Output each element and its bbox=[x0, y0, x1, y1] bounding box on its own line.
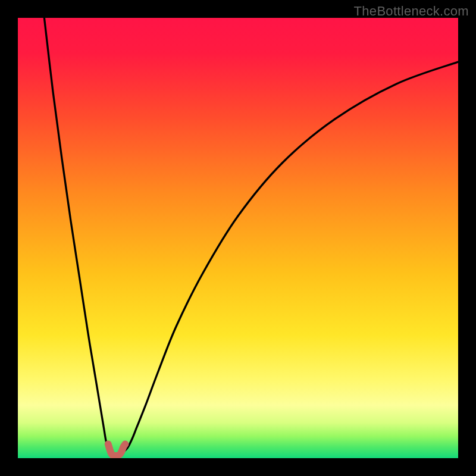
valley-marker bbox=[108, 444, 126, 456]
watermark-text: TheBottleneck.com bbox=[354, 4, 469, 19]
outer-frame: TheBottleneck.com bbox=[0, 0, 476, 476]
curve-layer bbox=[18, 18, 458, 458]
curve-right-branch bbox=[124, 62, 458, 452]
curve-left-branch bbox=[44, 18, 110, 452]
plot-area bbox=[18, 18, 458, 458]
